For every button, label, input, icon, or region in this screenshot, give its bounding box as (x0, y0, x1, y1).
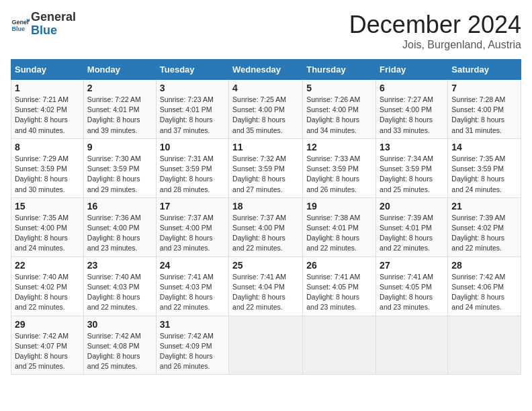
day-info: Sunrise: 7:23 AM Sunset: 4:01 PM Dayligh… (160, 95, 225, 136)
calendar-cell: 20Sunrise: 7:39 AM Sunset: 4:01 PM Dayli… (376, 197, 448, 257)
day-number: 23 (87, 260, 152, 271)
day-info: Sunrise: 7:22 AM Sunset: 4:01 PM Dayligh… (87, 95, 152, 136)
day-info: Sunrise: 7:36 AM Sunset: 4:00 PM Dayligh… (87, 213, 152, 254)
day-info: Sunrise: 7:38 AM Sunset: 4:01 PM Dayligh… (306, 213, 372, 254)
calendar-cell: 8Sunrise: 7:29 AM Sunset: 3:59 PM Daylig… (11, 138, 84, 197)
calendar-cell: 27Sunrise: 7:41 AM Sunset: 4:05 PM Dayli… (376, 257, 448, 316)
day-number: 28 (451, 260, 517, 271)
calendar-cell: 12Sunrise: 7:33 AM Sunset: 3:59 PM Dayli… (303, 138, 376, 197)
calendar-cell: 26Sunrise: 7:41 AM Sunset: 4:05 PM Dayli… (303, 257, 376, 316)
day-info: Sunrise: 7:37 AM Sunset: 4:00 PM Dayligh… (160, 213, 225, 254)
weekday-header: Monday (83, 60, 156, 80)
day-number: 12 (306, 142, 372, 152)
month-title: December 2024 (349, 11, 521, 39)
day-number: 4 (232, 83, 299, 93)
day-number: 21 (451, 201, 517, 212)
calendar-cell (376, 316, 448, 375)
weekday-header: Sunday (11, 60, 84, 80)
day-number: 14 (451, 142, 517, 152)
day-info: Sunrise: 7:42 AM Sunset: 4:06 PM Dayligh… (451, 272, 517, 313)
calendar-cell: 2Sunrise: 7:22 AM Sunset: 4:01 PM Daylig… (83, 80, 156, 139)
calendar-cell: 30Sunrise: 7:42 AM Sunset: 4:08 PM Dayli… (83, 316, 156, 375)
day-info: Sunrise: 7:35 AM Sunset: 4:00 PM Dayligh… (15, 213, 80, 254)
calendar-cell: 18Sunrise: 7:37 AM Sunset: 4:00 PM Dayli… (229, 197, 303, 257)
calendar-week-row: 15Sunrise: 7:35 AM Sunset: 4:00 PM Dayli… (11, 197, 521, 257)
calendar-cell: 6Sunrise: 7:27 AM Sunset: 4:00 PM Daylig… (376, 80, 448, 139)
day-number: 16 (87, 201, 152, 212)
weekday-header: Saturday (448, 60, 521, 80)
calendar-cell: 29Sunrise: 7:42 AM Sunset: 4:07 PM Dayli… (11, 316, 84, 375)
day-info: Sunrise: 7:41 AM Sunset: 4:04 PM Dayligh… (232, 272, 299, 313)
calendar-table: SundayMondayTuesdayWednesdayThursdayFrid… (11, 59, 521, 375)
day-info: Sunrise: 7:31 AM Sunset: 3:59 PM Dayligh… (160, 154, 225, 195)
calendar-cell: 22Sunrise: 7:40 AM Sunset: 4:02 PM Dayli… (11, 257, 84, 316)
calendar-cell: 13Sunrise: 7:34 AM Sunset: 3:59 PM Dayli… (376, 138, 448, 197)
svg-text:Blue: Blue (11, 26, 25, 32)
calendar-cell (448, 316, 521, 375)
day-number: 11 (232, 142, 299, 152)
calendar-cell: 16Sunrise: 7:36 AM Sunset: 4:00 PM Dayli… (83, 197, 156, 257)
day-info: Sunrise: 7:41 AM Sunset: 4:05 PM Dayligh… (380, 272, 444, 313)
day-number: 2 (87, 83, 152, 93)
day-number: 18 (232, 201, 299, 212)
calendar-week-row: 22Sunrise: 7:40 AM Sunset: 4:02 PM Dayli… (11, 257, 521, 316)
calendar-week-row: 8Sunrise: 7:29 AM Sunset: 3:59 PM Daylig… (11, 138, 521, 197)
weekday-header: Wednesday (229, 60, 303, 80)
day-info: Sunrise: 7:41 AM Sunset: 4:05 PM Dayligh… (306, 272, 372, 313)
calendar-cell: 1Sunrise: 7:21 AM Sunset: 4:02 PM Daylig… (11, 80, 84, 139)
day-info: Sunrise: 7:35 AM Sunset: 3:59 PM Dayligh… (451, 154, 517, 195)
day-number: 8 (15, 142, 80, 152)
calendar-week-row: 1Sunrise: 7:21 AM Sunset: 4:02 PM Daylig… (11, 80, 521, 139)
day-number: 25 (232, 260, 299, 271)
day-number: 17 (160, 201, 225, 212)
day-number: 26 (306, 260, 372, 271)
calendar-header: SundayMondayTuesdayWednesdayThursdayFrid… (11, 60, 521, 80)
day-info: Sunrise: 7:39 AM Sunset: 4:02 PM Dayligh… (451, 213, 517, 254)
day-info: Sunrise: 7:25 AM Sunset: 4:00 PM Dayligh… (232, 95, 299, 136)
day-info: Sunrise: 7:41 AM Sunset: 4:03 PM Dayligh… (160, 272, 225, 313)
calendar-cell: 23Sunrise: 7:40 AM Sunset: 4:03 PM Dayli… (83, 257, 156, 316)
calendar-week-row: 29Sunrise: 7:42 AM Sunset: 4:07 PM Dayli… (11, 316, 521, 375)
calendar-cell: 21Sunrise: 7:39 AM Sunset: 4:02 PM Dayli… (448, 197, 521, 257)
day-info: Sunrise: 7:34 AM Sunset: 3:59 PM Dayligh… (380, 154, 444, 195)
logo: General Blue General Blue (11, 11, 76, 38)
day-number: 10 (160, 142, 225, 152)
calendar-cell: 14Sunrise: 7:35 AM Sunset: 3:59 PM Dayli… (448, 138, 521, 197)
day-number: 19 (306, 201, 372, 212)
calendar-cell: 24Sunrise: 7:41 AM Sunset: 4:03 PM Dayli… (156, 257, 228, 316)
day-info: Sunrise: 7:29 AM Sunset: 3:59 PM Dayligh… (15, 154, 80, 195)
day-number: 24 (160, 260, 225, 271)
calendar-body: 1Sunrise: 7:21 AM Sunset: 4:02 PM Daylig… (11, 80, 521, 375)
calendar-cell: 31Sunrise: 7:42 AM Sunset: 4:09 PM Dayli… (156, 316, 228, 375)
day-info: Sunrise: 7:33 AM Sunset: 3:59 PM Dayligh… (306, 154, 372, 195)
logo-text: General Blue (31, 11, 76, 38)
logo-icon: General Blue (11, 15, 30, 34)
day-info: Sunrise: 7:40 AM Sunset: 4:03 PM Dayligh… (87, 272, 152, 313)
weekday-header: Tuesday (156, 60, 228, 80)
day-info: Sunrise: 7:39 AM Sunset: 4:01 PM Dayligh… (380, 213, 444, 254)
weekday-header: Thursday (303, 60, 376, 80)
calendar-cell: 4Sunrise: 7:25 AM Sunset: 4:00 PM Daylig… (229, 80, 303, 139)
day-number: 27 (380, 260, 444, 271)
day-info: Sunrise: 7:30 AM Sunset: 3:59 PM Dayligh… (87, 154, 152, 195)
day-number: 29 (15, 319, 80, 330)
calendar-cell: 5Sunrise: 7:26 AM Sunset: 4:00 PM Daylig… (303, 80, 376, 139)
calendar-cell: 25Sunrise: 7:41 AM Sunset: 4:04 PM Dayli… (229, 257, 303, 316)
calendar-cell (229, 316, 303, 375)
logo-blue: Blue (31, 24, 76, 38)
day-number: 5 (306, 83, 372, 93)
logo-general: General (31, 11, 76, 24)
day-number: 13 (380, 142, 444, 152)
page-header: General Blue General Blue December 2024 … (11, 11, 521, 51)
title-block: December 2024 Jois, Burgenland, Austria (349, 11, 521, 51)
calendar-cell: 28Sunrise: 7:42 AM Sunset: 4:06 PM Dayli… (448, 257, 521, 316)
day-number: 20 (380, 201, 444, 212)
calendar-cell: 11Sunrise: 7:32 AM Sunset: 3:59 PM Dayli… (229, 138, 303, 197)
day-number: 30 (87, 319, 152, 330)
day-number: 9 (87, 142, 152, 152)
weekday-header: Friday (376, 60, 448, 80)
day-info: Sunrise: 7:27 AM Sunset: 4:00 PM Dayligh… (380, 95, 444, 136)
calendar-cell (303, 316, 376, 375)
location: Jois, Burgenland, Austria (349, 39, 521, 51)
day-info: Sunrise: 7:37 AM Sunset: 4:00 PM Dayligh… (232, 213, 299, 254)
